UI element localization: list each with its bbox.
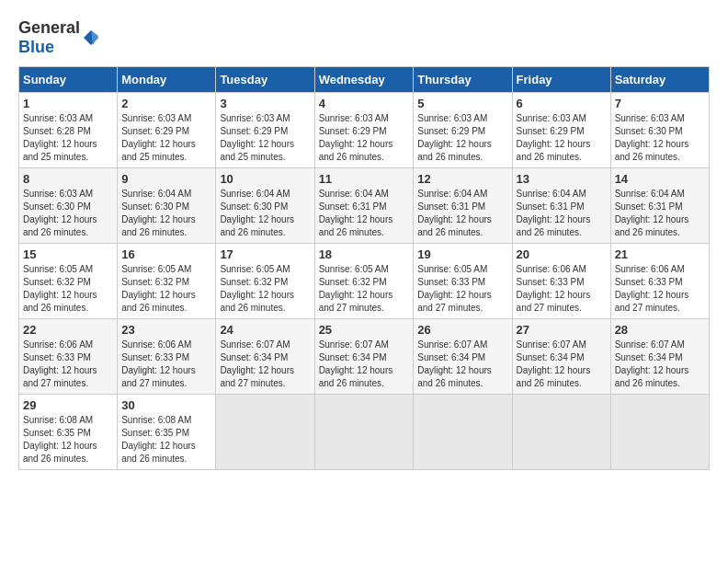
- calendar-cell: 25 Sunrise: 6:07 AM Sunset: 6:34 PM Dayl…: [314, 319, 414, 395]
- column-header-monday: Monday: [118, 67, 216, 93]
- day-info: Sunrise: 6:03 AM Sunset: 6:29 PM Dayligh…: [220, 112, 310, 164]
- calendar-cell: 13 Sunrise: 6:04 AM Sunset: 6:31 PM Dayl…: [512, 168, 610, 244]
- calendar-cell: 3 Sunrise: 6:03 AM Sunset: 6:29 PM Dayli…: [216, 93, 314, 168]
- day-info: Sunrise: 6:07 AM Sunset: 6:34 PM Dayligh…: [417, 339, 507, 390]
- day-info: Sunrise: 6:03 AM Sunset: 6:29 PM Dayligh…: [319, 112, 410, 164]
- calendar-cell: 24 Sunrise: 6:07 AM Sunset: 6:34 PM Dayl…: [216, 319, 314, 395]
- day-info: Sunrise: 6:06 AM Sunset: 6:33 PM Dayligh…: [615, 263, 705, 315]
- calendar-cell: 9 Sunrise: 6:04 AM Sunset: 6:30 PM Dayli…: [118, 168, 216, 244]
- day-info: Sunrise: 6:08 AM Sunset: 6:35 PM Dayligh…: [23, 414, 113, 465]
- day-number: 12: [417, 172, 507, 186]
- day-number: 21: [615, 247, 705, 261]
- calendar-cell: 8 Sunrise: 6:03 AM Sunset: 6:30 PM Dayli…: [19, 168, 118, 244]
- column-header-sunday: Sunday: [19, 67, 118, 93]
- calendar-cell: [610, 395, 709, 470]
- day-info: Sunrise: 6:06 AM Sunset: 6:33 PM Dayligh…: [23, 339, 113, 390]
- day-number: 1: [23, 97, 113, 110]
- calendar-cell: 30 Sunrise: 6:08 AM Sunset: 6:35 PM Dayl…: [118, 395, 216, 470]
- day-number: 5: [417, 97, 507, 110]
- column-header-thursday: Thursday: [414, 67, 512, 93]
- day-number: 10: [220, 172, 310, 186]
- day-info: Sunrise: 6:04 AM Sunset: 6:30 PM Dayligh…: [121, 188, 211, 239]
- day-number: 20: [517, 247, 607, 261]
- page-header: General Blue: [18, 18, 710, 57]
- calendar-cell: 12 Sunrise: 6:04 AM Sunset: 6:31 PM Dayl…: [414, 168, 512, 244]
- day-info: Sunrise: 6:05 AM Sunset: 6:32 PM Dayligh…: [319, 263, 410, 315]
- day-info: Sunrise: 6:07 AM Sunset: 6:34 PM Dayligh…: [615, 339, 705, 390]
- day-info: Sunrise: 6:03 AM Sunset: 6:30 PM Dayligh…: [23, 188, 113, 239]
- day-number: 3: [220, 97, 310, 110]
- calendar-cell: 11 Sunrise: 6:04 AM Sunset: 6:31 PM Dayl…: [314, 168, 414, 244]
- calendar-week-row: 1 Sunrise: 6:03 AM Sunset: 6:28 PM Dayli…: [19, 93, 710, 168]
- day-number: 11: [319, 172, 410, 186]
- calendar-cell: 18 Sunrise: 6:05 AM Sunset: 6:32 PM Dayl…: [314, 244, 414, 319]
- day-info: Sunrise: 6:03 AM Sunset: 6:30 PM Dayligh…: [615, 112, 705, 164]
- calendar-cell: 15 Sunrise: 6:05 AM Sunset: 6:32 PM Dayl…: [19, 244, 118, 319]
- day-number: 25: [319, 323, 410, 337]
- day-number: 15: [23, 247, 113, 261]
- column-header-friday: Friday: [512, 67, 610, 93]
- column-header-wednesday: Wednesday: [314, 67, 414, 93]
- calendar-cell: 27 Sunrise: 6:07 AM Sunset: 6:34 PM Dayl…: [512, 319, 610, 395]
- calendar-cell: [414, 395, 512, 470]
- day-number: 26: [417, 323, 507, 337]
- day-number: 22: [23, 323, 113, 337]
- calendar-cell: 6 Sunrise: 6:03 AM Sunset: 6:29 PM Dayli…: [512, 93, 610, 168]
- day-number: 6: [517, 97, 607, 110]
- calendar-cell: 1 Sunrise: 6:03 AM Sunset: 6:28 PM Dayli…: [19, 93, 118, 168]
- day-info: Sunrise: 6:03 AM Sunset: 6:29 PM Dayligh…: [417, 112, 507, 164]
- day-info: Sunrise: 6:07 AM Sunset: 6:34 PM Dayligh…: [319, 339, 410, 390]
- day-number: 16: [121, 247, 211, 261]
- calendar-cell: 17 Sunrise: 6:05 AM Sunset: 6:32 PM Dayl…: [216, 244, 314, 319]
- day-info: Sunrise: 6:04 AM Sunset: 6:30 PM Dayligh…: [220, 188, 310, 239]
- calendar-cell: [314, 395, 414, 470]
- logo-general: General: [18, 18, 80, 37]
- day-number: 29: [23, 398, 113, 412]
- day-info: Sunrise: 6:04 AM Sunset: 6:31 PM Dayligh…: [615, 188, 705, 239]
- day-info: Sunrise: 6:06 AM Sunset: 6:33 PM Dayligh…: [517, 263, 607, 315]
- day-number: 17: [220, 247, 310, 261]
- logo-blue: Blue: [18, 38, 54, 56]
- day-info: Sunrise: 6:04 AM Sunset: 6:31 PM Dayligh…: [319, 188, 410, 239]
- day-info: Sunrise: 6:05 AM Sunset: 6:32 PM Dayligh…: [23, 263, 113, 315]
- calendar-cell: 4 Sunrise: 6:03 AM Sunset: 6:29 PM Dayli…: [314, 93, 414, 168]
- logo-text: General Blue: [18, 18, 80, 57]
- calendar-cell: 21 Sunrise: 6:06 AM Sunset: 6:33 PM Dayl…: [610, 244, 709, 319]
- calendar-week-row: 8 Sunrise: 6:03 AM Sunset: 6:30 PM Dayli…: [19, 168, 710, 244]
- day-number: 13: [517, 172, 607, 186]
- calendar-cell: 23 Sunrise: 6:06 AM Sunset: 6:33 PM Dayl…: [118, 319, 216, 395]
- calendar-cell: 2 Sunrise: 6:03 AM Sunset: 6:29 PM Dayli…: [118, 93, 216, 168]
- day-number: 7: [615, 97, 705, 110]
- day-number: 23: [121, 323, 211, 337]
- day-info: Sunrise: 6:05 AM Sunset: 6:32 PM Dayligh…: [220, 263, 310, 315]
- day-info: Sunrise: 6:03 AM Sunset: 6:29 PM Dayligh…: [517, 112, 607, 164]
- day-info: Sunrise: 6:07 AM Sunset: 6:34 PM Dayligh…: [517, 339, 607, 390]
- calendar-cell: 16 Sunrise: 6:05 AM Sunset: 6:32 PM Dayl…: [118, 244, 216, 319]
- day-info: Sunrise: 6:06 AM Sunset: 6:33 PM Dayligh…: [121, 339, 211, 390]
- day-number: 18: [319, 247, 410, 261]
- day-number: 19: [417, 247, 507, 261]
- calendar-cell: 7 Sunrise: 6:03 AM Sunset: 6:30 PM Dayli…: [610, 93, 709, 168]
- day-info: Sunrise: 6:04 AM Sunset: 6:31 PM Dayligh…: [417, 188, 507, 239]
- calendar-cell: 10 Sunrise: 6:04 AM Sunset: 6:30 PM Dayl…: [216, 168, 314, 244]
- calendar-cell: 22 Sunrise: 6:06 AM Sunset: 6:33 PM Dayl…: [19, 319, 118, 395]
- logo-icon: [82, 29, 100, 47]
- logo: General Blue: [18, 18, 100, 57]
- calendar-cell: 26 Sunrise: 6:07 AM Sunset: 6:34 PM Dayl…: [414, 319, 512, 395]
- calendar-table: SundayMondayTuesdayWednesdayThursdayFrid…: [18, 66, 710, 470]
- day-info: Sunrise: 6:05 AM Sunset: 6:33 PM Dayligh…: [417, 263, 507, 315]
- calendar-cell: 28 Sunrise: 6:07 AM Sunset: 6:34 PM Dayl…: [610, 319, 709, 395]
- calendar-cell: 14 Sunrise: 6:04 AM Sunset: 6:31 PM Dayl…: [610, 168, 709, 244]
- day-info: Sunrise: 6:08 AM Sunset: 6:35 PM Dayligh…: [121, 414, 211, 465]
- calendar-header-row: SundayMondayTuesdayWednesdayThursdayFrid…: [19, 67, 710, 93]
- calendar-cell: 20 Sunrise: 6:06 AM Sunset: 6:33 PM Dayl…: [512, 244, 610, 319]
- day-info: Sunrise: 6:07 AM Sunset: 6:34 PM Dayligh…: [220, 339, 310, 390]
- day-number: 8: [23, 172, 113, 186]
- calendar-week-row: 15 Sunrise: 6:05 AM Sunset: 6:32 PM Dayl…: [19, 244, 710, 319]
- day-number: 28: [615, 323, 705, 337]
- day-number: 9: [121, 172, 211, 186]
- day-number: 24: [220, 323, 310, 337]
- calendar-cell: [512, 395, 610, 470]
- day-info: Sunrise: 6:04 AM Sunset: 6:31 PM Dayligh…: [517, 188, 607, 239]
- day-number: 30: [121, 398, 211, 412]
